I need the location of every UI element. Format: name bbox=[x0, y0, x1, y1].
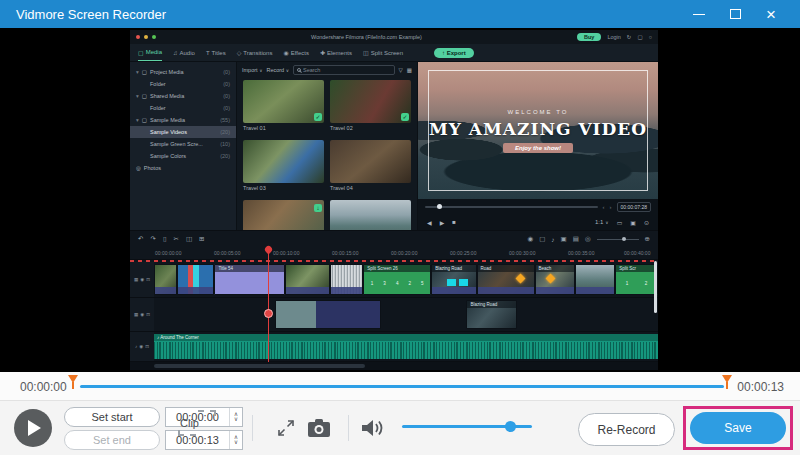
export-button: Export bbox=[434, 48, 474, 58]
sidebar-item-sample-media: Sample Media(55) bbox=[130, 114, 236, 126]
snapshot-icon bbox=[561, 235, 567, 243]
elements-icon bbox=[320, 49, 325, 56]
timeline-clip bbox=[177, 264, 215, 295]
sidebar-item-photos: Photos bbox=[130, 162, 236, 174]
account-icon bbox=[649, 34, 652, 40]
maximize-button[interactable] bbox=[724, 5, 746, 23]
sidebar-item-sample-videos: Sample Videos(20) bbox=[130, 126, 236, 138]
split-screen-icon bbox=[363, 49, 369, 56]
play-icon bbox=[28, 420, 41, 436]
effect-graphic bbox=[447, 279, 456, 286]
panel-icon bbox=[637, 34, 642, 40]
mac-close-icon bbox=[136, 35, 140, 39]
waveform-graphic bbox=[154, 342, 658, 359]
login-link: Login bbox=[607, 34, 620, 40]
track-header bbox=[130, 298, 154, 331]
elapsed-time: 00:00:00 bbox=[20, 380, 67, 394]
video-track-2: Blazing Road bbox=[130, 298, 658, 332]
track-header bbox=[130, 332, 154, 361]
ruler-label: 00:00:15:00 bbox=[332, 250, 358, 256]
timeline-clip-blazing-road-2: Blazing Road bbox=[466, 300, 516, 329]
sidebar-item-project-media: Project Media(0) bbox=[130, 66, 236, 78]
save-button[interactable]: Save bbox=[690, 412, 786, 444]
track-type-icon bbox=[134, 277, 138, 282]
delete-icon bbox=[163, 235, 167, 243]
set-end-button[interactable]: Set end bbox=[64, 430, 160, 450]
scrubber-track[interactable] bbox=[80, 385, 724, 388]
minimize-button[interactable] bbox=[688, 5, 710, 23]
tab-titles: Titles bbox=[206, 50, 226, 56]
previous-frame-icon bbox=[427, 219, 432, 226]
settings-icon bbox=[644, 219, 649, 226]
folder-icon bbox=[142, 117, 147, 123]
mute-button[interactable] bbox=[360, 414, 386, 442]
rerecord-button[interactable]: Re-Record bbox=[578, 413, 675, 446]
video-thumbnail bbox=[330, 80, 411, 123]
voiceover-icon bbox=[551, 236, 554, 243]
crop-icon bbox=[186, 235, 192, 243]
chevron-down-icon bbox=[259, 67, 262, 73]
mac-minimize-icon bbox=[144, 35, 148, 39]
timeline-clip bbox=[285, 264, 330, 295]
filmora-tab-bar: Media Audio Titles Transitions Effects E… bbox=[130, 44, 658, 62]
video-thumbnail bbox=[243, 200, 324, 230]
media-item: Travel 01 bbox=[243, 80, 324, 137]
frame-forward-icon: › bbox=[610, 204, 612, 210]
window-title: Vidmore Screen Recorder bbox=[0, 7, 166, 22]
preview-seek-bar: ‹ › 00:00:07:28 bbox=[418, 199, 658, 214]
timeline-clip-audio: Around The Corner bbox=[154, 334, 658, 359]
video-thumbnail bbox=[330, 140, 411, 183]
ruler-label: 00:00:40:00 bbox=[624, 250, 650, 256]
timeline-clip bbox=[575, 264, 615, 295]
window-controls: × bbox=[688, 5, 800, 23]
snapshot-icon bbox=[630, 219, 636, 226]
timeline-toolbar bbox=[130, 231, 658, 247]
trim-start-marker[interactable] bbox=[68, 375, 80, 391]
media-item: Travel 02 bbox=[330, 80, 411, 137]
ruler-label: 00:00:25:00 bbox=[450, 250, 476, 256]
lock-icon bbox=[146, 277, 150, 282]
tab-audio: Audio bbox=[173, 50, 195, 56]
fullscreen-button[interactable] bbox=[274, 416, 298, 440]
clip-tool[interactable]: Clip bbox=[178, 410, 216, 446]
trim-end-marker[interactable] bbox=[722, 375, 734, 391]
redo-icon bbox=[150, 235, 155, 243]
timeline-clip bbox=[154, 264, 177, 295]
timeline-clip-split-screen-2: Split Scr 12 bbox=[615, 264, 658, 295]
video-thumbnail bbox=[243, 80, 324, 123]
playback-control-bar: Set start 00:00:00 Set end 00:00:13 Clip bbox=[0, 401, 800, 455]
import-dropdown: Import bbox=[242, 67, 262, 73]
decrement-icon[interactable] bbox=[234, 440, 238, 445]
timeline-tracks: Title 54 Split Screen 26 13425 Blazing R… bbox=[130, 260, 658, 370]
sidebar-item-folder: Folder(0) bbox=[130, 78, 236, 90]
screenshot-button[interactable] bbox=[306, 417, 332, 439]
check-badge-icon bbox=[401, 113, 409, 121]
visibility-icon bbox=[140, 312, 144, 317]
tab-media: Media bbox=[138, 44, 162, 61]
close-button[interactable]: × bbox=[760, 5, 782, 23]
play-button[interactable] bbox=[14, 409, 52, 447]
volume-slider[interactable] bbox=[402, 425, 532, 428]
audio-track: Around The Corner bbox=[130, 332, 658, 362]
music-note-icon bbox=[157, 335, 159, 340]
tab-effects: Effects bbox=[283, 49, 308, 56]
maximize-icon bbox=[730, 9, 741, 19]
sidebar-item-sample-green-screen: Sample Green Scre...(10) bbox=[130, 138, 236, 150]
set-start-button[interactable]: Set start bbox=[64, 407, 160, 427]
zoom-in-icon bbox=[645, 235, 650, 243]
decrement-icon[interactable] bbox=[234, 417, 238, 422]
volume-knob[interactable] bbox=[505, 421, 516, 432]
playhead bbox=[268, 247, 269, 362]
video-track-1: Title 54 Split Screen 26 13425 Blazing R… bbox=[130, 262, 658, 298]
tab-transitions: Transitions bbox=[237, 49, 273, 56]
media-item: Travel 04 bbox=[330, 140, 411, 197]
mac-zoom-icon bbox=[152, 35, 156, 39]
clip-label: Clip bbox=[178, 416, 216, 430]
preview-title-text: MY AMAZING VIDEO bbox=[429, 119, 647, 139]
trim-scrubber-bar: 00:00:00 00:00:13 bbox=[0, 372, 800, 401]
speaker-icon bbox=[360, 416, 386, 440]
save-highlight-box: Save bbox=[683, 406, 793, 450]
timeline-ruler: 00:00:00:00 00:00:05:00 00:00:10:00 00:0… bbox=[130, 247, 658, 260]
monitor-icon bbox=[617, 219, 623, 226]
ruler-label: 00:00:10:00 bbox=[273, 250, 299, 256]
